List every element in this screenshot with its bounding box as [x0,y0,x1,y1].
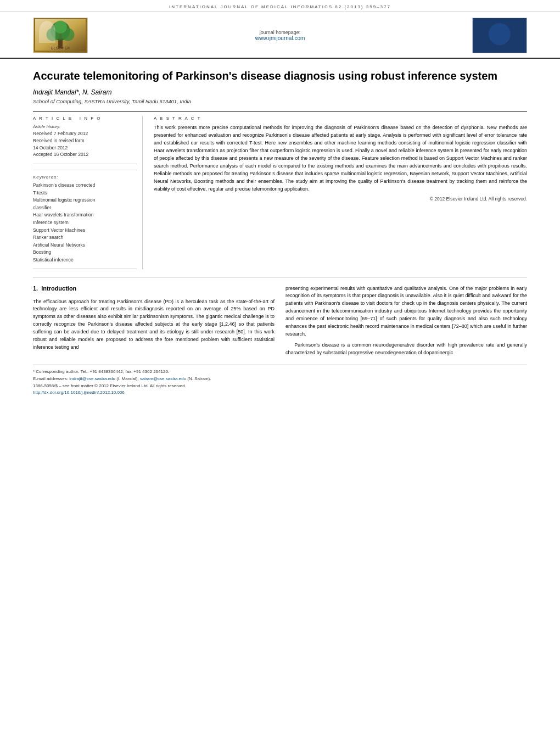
email-line: E-mail addresses: indrajit@cse.sastra.ed… [33,376,527,383]
section-divider [33,277,527,277]
svg-text:ELSEVIER: ELSEVIER [51,46,70,50]
logo-bar: ELSEVIER journal homepage: www.ijmijourn… [0,12,560,59]
corresponding-author: * Corresponding author. Tel.: +91 843836… [33,369,527,376]
email-label: E-mail addresses: [33,376,68,381]
intro-left: 1. Introduction The efficacious approach… [33,285,275,357]
right-column: A B S T R A C T This work presents more … [154,116,527,269]
journal-header-text: INTERNATIONAL JOURNAL OF MEDICAL INFORMA… [169,4,391,9]
authors-text: Indrajit Mandal*, N. Sairam [33,88,111,96]
article-history-label: Article history: [33,124,137,129]
journal-header: INTERNATIONAL JOURNAL OF MEDICAL INFORMA… [0,0,560,12]
article-info-abstract: A R T I C L E I N F O Article history: R… [33,111,527,269]
keyword-6: Inference system [33,219,137,227]
keyword-1: Parkinson's disease corrected [33,182,137,189]
email2-note: (N. Sairam). [187,376,211,381]
page: INTERNATIONAL JOURNAL OF MEDICAL INFORMA… [0,0,560,742]
svg-point-6 [54,21,67,34]
keyword-9: Artificial Neural Networks [33,242,137,249]
keyword-7: Support Vector Machines [33,227,137,235]
elsevier-tree-svg: ELSEVIER [33,18,87,53]
article-info-header: A R T I C L E I N F O [33,116,137,121]
rights-text: 1386-5056/$ – see front matter © 2012 El… [33,383,527,390]
intro-section-number: 1. [33,285,38,292]
keyword-3: Multinomial logistic regression [33,197,137,204]
keyword-2: T-tests [33,189,137,197]
svg-rect-10 [473,18,527,34]
keywords-section: Keywords: Parkinson's disease corrected … [33,170,137,264]
email2-link[interactable]: sairam@cse.sastra.edu [140,376,186,381]
intro-section-title: Introduction [41,285,76,292]
keyword-4: classifier [33,204,137,212]
footnote-area: * Corresponding author. Tel.: +91 843836… [33,365,527,397]
svg-text:medical: medical [494,40,506,43]
homepage-link[interactable]: www.ijmijournal.com [255,35,305,41]
keyword-11: Statistical inference [33,256,137,264]
corresponding-label: * Corresponding author. Tel.: +91 843836… [33,369,169,374]
article-history-block: Article history: Received 7 February 201… [33,124,137,158]
intro-right-text: presenting experimental results with qua… [285,285,527,339]
revised-date: 14 October 2012 [33,144,137,152]
intro-right-text-2: Parkinson's disease is a common neurodeg… [285,342,527,357]
keywords-label: Keywords: [33,175,137,180]
article-title: Accurate telemonitoring of Parkinson's d… [33,69,527,83]
keyword-5: Haar wavelets transformation [33,211,137,219]
medical-logo-svg: medical informatics [472,18,527,53]
svg-point-11 [493,20,506,32]
introduction-section: 1. Introduction The efficacious approach… [33,285,527,357]
affiliation: School of Computing, SASTRA University, … [33,98,527,104]
svg-point-13 [506,25,515,34]
article-content: Accurate telemonitoring of Parkinson's d… [0,69,560,397]
email1-link[interactable]: indrajit@cse.sastra.edu [69,376,115,381]
svg-rect-9 [473,18,527,53]
homepage-label: journal homepage: [255,30,305,35]
accepted-date: Accepted 16 October 2012 [33,151,137,158]
intro-left-text: The efficacious approach for treating Pa… [33,298,275,352]
revised-label: Received in revised form [33,137,137,144]
keyword-8: Ranker search [33,234,137,242]
doi-link: http://dx.doi.org/10.1016/j.ijmedinf.201… [33,389,527,397]
medical-informatics-logo: medical informatics [472,18,527,53]
abstract-text: This work presents more precise computat… [154,124,527,193]
received-date: Received 7 February 2012 [33,130,137,137]
email1-note: (I. Mandal), [116,376,138,381]
copyright: © 2012 Elsevier Ireland Ltd. All rights … [154,196,527,202]
authors: Indrajit Mandal*, N. Sairam [33,88,527,96]
left-column: A R T I C L E I N F O Article history: R… [33,116,143,269]
svg-point-12 [485,25,494,34]
elsevier-image: ELSEVIER [33,18,88,53]
keyword-10: Boosting [33,249,137,256]
intro-right: presenting experimental results with qua… [285,285,527,357]
svg-text:informatics: informatics [492,45,507,48]
journal-homepage: journal homepage: www.ijmijournal.com [255,30,305,41]
elsevier-logo: ELSEVIER [33,18,88,53]
abstract-header: A B S T R A C T [154,116,527,121]
doi-anchor[interactable]: http://dx.doi.org/10.1016/j.ijmedinf.201… [33,390,125,395]
